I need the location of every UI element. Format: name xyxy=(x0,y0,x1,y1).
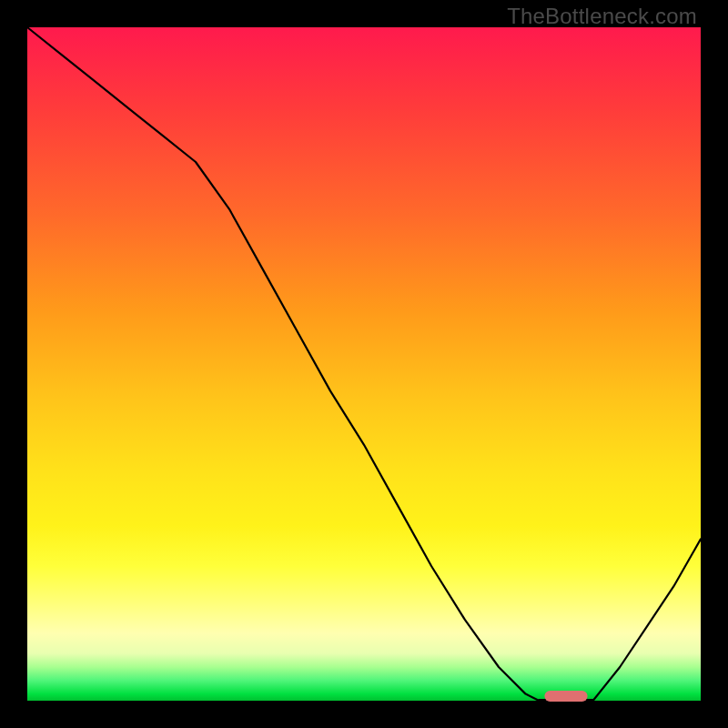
curve-layer xyxy=(27,27,701,701)
bottleneck-curve xyxy=(27,27,701,701)
plateau-marker xyxy=(544,691,587,702)
watermark-text: TheBottleneck.com xyxy=(507,4,697,29)
chart-frame: TheBottleneck.com xyxy=(0,0,728,728)
